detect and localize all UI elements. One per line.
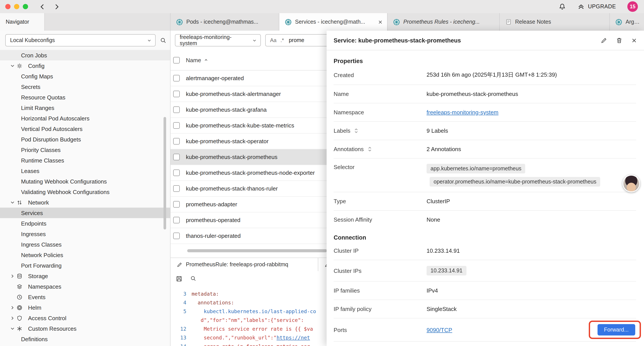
chevron-down-icon[interactable] bbox=[9, 200, 16, 205]
row-checkbox[interactable] bbox=[173, 106, 180, 113]
detail-row-type: Type ClusterIP bbox=[334, 192, 636, 211]
detail-row-namespace: Namespace freeleaps-monitoring-system bbox=[334, 103, 636, 122]
sidebar-item-storage[interactable]: Storage bbox=[0, 271, 170, 281]
sidebar-item-port-forwarding[interactable]: Port Forwarding bbox=[0, 260, 170, 271]
sidebar-item-network[interactable]: Network bbox=[0, 197, 170, 208]
detail-row-created: Created 253d 16h 6m ago (2025年1月13日 GMT+… bbox=[334, 65, 636, 85]
sidebar-item-mutating-webhook-configurations[interactable]: Mutating Webhook Configurations bbox=[0, 176, 170, 187]
sidebar-item-runtime-classes[interactable]: Runtime Classes bbox=[0, 155, 170, 166]
sidebar-item-limit-ranges[interactable]: Limit Ranges bbox=[0, 102, 170, 113]
select-all-checkbox[interactable] bbox=[173, 57, 180, 63]
sidebar-item-access-control[interactable]: Access Control bbox=[0, 313, 170, 323]
notifications-bell-icon[interactable] bbox=[558, 3, 566, 10]
save-icon[interactable] bbox=[176, 275, 182, 282]
titlebar: UPGRADE 15 bbox=[0, 0, 644, 13]
expander-icon[interactable] bbox=[367, 146, 372, 152]
search-icon[interactable] bbox=[190, 276, 196, 282]
sidebar-item-namespaces[interactable]: Namespaces bbox=[0, 281, 170, 292]
detail-panel-title: Service: kube-prometheus-stack-prometheu… bbox=[334, 37, 461, 43]
tab-argo[interactable]: Argo Se bbox=[610, 13, 644, 31]
sidebar-item-secrets[interactable]: Secrets bbox=[0, 81, 170, 92]
namespace-selector[interactable]: freeleaps-monitoring-system bbox=[175, 34, 261, 46]
row-checkbox[interactable] bbox=[173, 91, 180, 97]
match-case-toggle[interactable]: Aa bbox=[270, 37, 276, 43]
sidebar-item-leases[interactable]: Leases bbox=[0, 166, 170, 176]
app-window: UPGRADE 15 Navigator Pods - icecheng@mat… bbox=[0, 0, 644, 346]
tab-navigator[interactable]: Navigator bbox=[0, 13, 45, 31]
chevron-right-icon[interactable] bbox=[9, 305, 16, 310]
trash-icon[interactable] bbox=[616, 37, 622, 43]
expander-icon[interactable] bbox=[354, 128, 359, 134]
row-checkbox[interactable] bbox=[173, 185, 180, 192]
sidebar-item-ingresses[interactable]: Ingresses bbox=[0, 229, 170, 239]
editor-tabs: Pods - icecheng@mathmas... Services - ic… bbox=[170, 13, 644, 31]
kubeconfig-selector[interactable]: Local Kubeconfigs bbox=[5, 34, 156, 46]
sidebar-item-definitions[interactable]: Definitions bbox=[0, 334, 170, 344]
kubernetes-icon bbox=[285, 19, 292, 25]
sidebar-item-events[interactable]: Events bbox=[0, 292, 170, 302]
close-window-button[interactable] bbox=[5, 4, 10, 9]
forward-arrow-icon[interactable] bbox=[53, 3, 60, 10]
sidebar-item-endpoints[interactable]: Endpoints bbox=[0, 218, 170, 229]
tab-release-notes[interactable]: Release Notes bbox=[500, 13, 610, 31]
namespaces-icon bbox=[17, 284, 26, 289]
search-value: prome bbox=[289, 37, 304, 43]
upgrade-button[interactable]: UPGRADE bbox=[577, 3, 616, 10]
network-arrows-icon bbox=[17, 200, 26, 205]
back-arrow-icon[interactable] bbox=[38, 3, 46, 10]
row-checkbox[interactable] bbox=[173, 154, 180, 160]
sidebar-item-pod-disruption-budgets[interactable]: Pod Disruption Budgets bbox=[0, 134, 170, 145]
chevron-down-icon[interactable] bbox=[9, 326, 16, 331]
sidebar-item-ingress-classes[interactable]: Ingress Classes bbox=[0, 239, 170, 250]
row-checkbox[interactable] bbox=[173, 169, 180, 176]
horizontal-scrollbar[interactable] bbox=[187, 249, 327, 252]
chevron-down-icon[interactable] bbox=[9, 63, 16, 68]
sidebar-item-priority-classes[interactable]: Priority Classes bbox=[0, 145, 170, 155]
sidebar-item-custom-resources[interactable]: Custom Resources bbox=[0, 323, 170, 334]
row-checkbox[interactable] bbox=[173, 75, 180, 81]
tab-prometheus-rules[interactable]: Prometheus Rules - icecheng... bbox=[388, 13, 500, 31]
selector-chip: operator.prometheus.io/name=kube-prometh… bbox=[430, 177, 600, 187]
sidebar-item-resource-quotas[interactable]: Resource Quotas bbox=[0, 92, 170, 102]
sidebar-item-vertical-pod-autoscalers[interactable]: Vertical Pod Autoscalers bbox=[0, 123, 170, 134]
row-checkbox[interactable] bbox=[173, 217, 180, 223]
row-checkbox[interactable] bbox=[173, 122, 180, 129]
row-checkbox[interactable] bbox=[173, 233, 180, 239]
sort-ascending-icon bbox=[204, 58, 208, 62]
notification-count-badge[interactable]: 15 bbox=[627, 1, 638, 12]
edit-pencil-icon[interactable] bbox=[600, 37, 607, 43]
detail-row-ports: Ports 9090/TCP Forward... bbox=[334, 319, 636, 342]
navigator-toolbar: Local Kubeconfigs bbox=[0, 31, 170, 50]
chevron-right-icon[interactable] bbox=[9, 316, 16, 320]
close-tab-icon[interactable] bbox=[378, 19, 383, 24]
port-link[interactable]: 9090/TCP bbox=[426, 327, 452, 333]
minimize-window-button[interactable] bbox=[14, 4, 19, 9]
forward-button[interactable]: Forward... bbox=[597, 324, 635, 336]
navigator-tree: Cron Jobs Config Config Maps Secrets Res… bbox=[0, 50, 170, 344]
sidebar-item-helm[interactable]: Helm bbox=[0, 302, 170, 313]
sidebar-item-horizontal-pod-autoscalers[interactable]: Horizontal Pod Autoscalers bbox=[0, 113, 170, 123]
sidebar-item-validating-webhook-configurations[interactable]: Validating Webhook Configurations bbox=[0, 187, 170, 197]
user-avatar[interactable] bbox=[622, 175, 640, 192]
sidebar-item-config-maps[interactable]: Config Maps bbox=[0, 71, 170, 81]
tab-pods[interactable]: Pods - icecheng@mathmas... bbox=[170, 13, 279, 31]
row-checkbox[interactable] bbox=[173, 138, 180, 145]
chevron-right-icon[interactable] bbox=[9, 274, 16, 278]
row-checkbox[interactable] bbox=[173, 201, 180, 208]
chevron-down-icon bbox=[252, 38, 257, 43]
sidebar-item-cron-jobs[interactable]: Cron Jobs bbox=[0, 50, 170, 60]
editor-tab-prometheusrule[interactable]: PrometheusRule: freeleaps-prod-rabbitmq bbox=[170, 258, 318, 271]
regex-toggle[interactable]: .* bbox=[280, 37, 284, 43]
tab-services[interactable]: Services - icecheng@math... bbox=[279, 13, 388, 31]
namespace-link[interactable]: freeleaps-monitoring-system bbox=[426, 109, 498, 116]
sidebar-item-config[interactable]: Config bbox=[0, 60, 170, 71]
storage-icon bbox=[17, 273, 26, 279]
search-icon[interactable] bbox=[160, 37, 166, 43]
sidebar-item-network-policies[interactable]: Network Policies bbox=[0, 250, 170, 260]
name-column-header[interactable]: Name bbox=[186, 57, 208, 63]
maximize-window-button[interactable] bbox=[23, 4, 28, 9]
navigator-scrollbar[interactable] bbox=[164, 117, 166, 230]
sidebar-item-services[interactable]: Services bbox=[0, 208, 170, 218]
close-icon[interactable] bbox=[631, 37, 637, 43]
detail-row-cluster-ips: Cluster IPs 10.233.14.91 bbox=[334, 260, 636, 282]
